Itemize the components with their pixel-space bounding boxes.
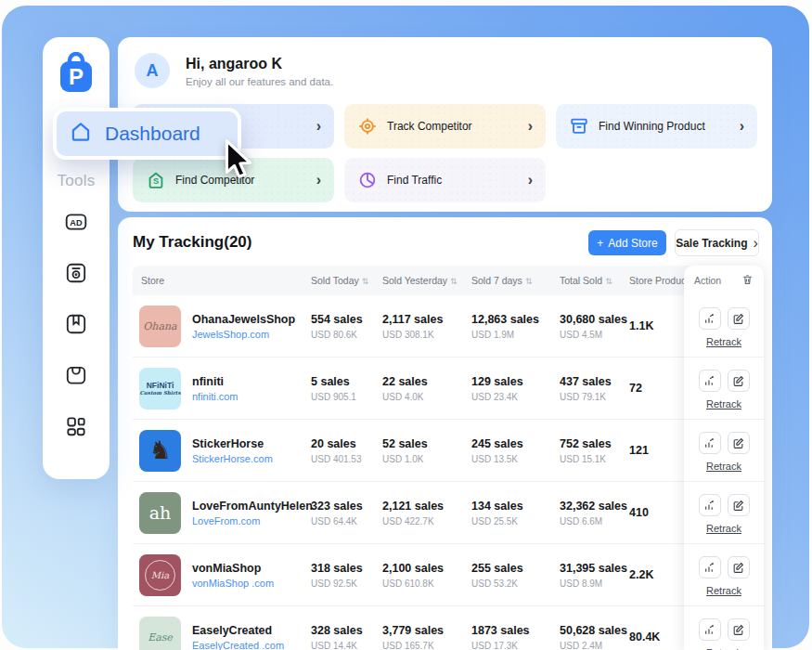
retrack-link[interactable]: Retrack bbox=[706, 336, 741, 347]
table-row[interactable]: Ohana OhanaJewelsShop JewelsShop.com 554… bbox=[133, 295, 696, 358]
store-name: StickerHorse bbox=[192, 437, 273, 450]
sold-7days-cell: 245 salesUSD 13.5K bbox=[471, 437, 560, 464]
chevron-right-icon: › bbox=[316, 118, 321, 135]
store-name: LoveFromAuntyHelen bbox=[192, 500, 313, 513]
add-store-button[interactable]: + Add Store bbox=[588, 230, 666, 255]
store-domain-link[interactable]: nfiniti.com bbox=[192, 391, 238, 402]
svg-text:P: P bbox=[69, 64, 84, 89]
store-logo: ♞ bbox=[139, 430, 181, 472]
chevron-right-icon: › bbox=[316, 172, 321, 188]
retrack-link[interactable]: Retrack bbox=[706, 461, 741, 472]
sort-icon: ⇅ bbox=[605, 277, 612, 286]
table-row[interactable]: Ease EaselyCreated EaselyCreated .com 32… bbox=[133, 606, 696, 650]
target-icon bbox=[357, 116, 378, 136]
edit-button[interactable] bbox=[728, 432, 750, 454]
total-sold-cell: 31,395 salesUSD 8.9M bbox=[560, 562, 629, 589]
action-row: Retrack bbox=[684, 544, 764, 606]
chart-button[interactable] bbox=[699, 432, 721, 454]
sold-today-cell: 5 salesUSD 905.1 bbox=[311, 375, 382, 402]
tracking-table: Store Sold Today⇅ Sold Yesterday⇅ Sold 7… bbox=[133, 266, 696, 650]
table-row[interactable]: ♞ StickerHorse StickerHorse.com 20 sales… bbox=[133, 420, 696, 482]
svg-text:S: S bbox=[153, 176, 159, 186]
store-name: EaselyCreated bbox=[192, 624, 284, 637]
total-sold-cell: 752 salesUSD 15.1K bbox=[560, 437, 629, 464]
chart-button[interactable] bbox=[699, 556, 721, 578]
sort-icon: ⇅ bbox=[525, 277, 533, 286]
edit-button[interactable] bbox=[728, 370, 750, 392]
action-row: Retrack bbox=[684, 606, 764, 650]
edit-button[interactable] bbox=[728, 494, 750, 516]
sold-today-cell: 328 salesUSD 14.4K bbox=[311, 624, 382, 650]
store-name: nfiniti bbox=[192, 375, 238, 388]
sold-today-cell: 554 salesUSD 80.6K bbox=[311, 313, 382, 340]
app-logo-icon[interactable]: P bbox=[56, 52, 97, 98]
edit-button[interactable] bbox=[728, 307, 750, 330]
feature-card[interactable]: Find Traffic › bbox=[344, 158, 546, 202]
sold-7days-cell: 12,863 salesUSD 1.9M bbox=[471, 313, 560, 340]
edit-button[interactable] bbox=[728, 618, 750, 641]
col-total-sold[interactable]: Total Sold⇅ bbox=[560, 275, 629, 286]
store-domain-link[interactable]: StickerHorse.com bbox=[192, 453, 273, 464]
sold-today-cell: 20 salesUSD 401.53 bbox=[311, 437, 382, 464]
store-domain-link[interactable]: JewelsShop.com bbox=[192, 329, 295, 340]
pie-icon bbox=[357, 170, 378, 190]
sold-yesterday-cell: 2,121 salesUSD 422.7K bbox=[382, 500, 471, 526]
total-sold-cell: 30,680 salesUSD 4.5M bbox=[560, 313, 629, 340]
bag-icon[interactable] bbox=[64, 363, 88, 387]
chart-button[interactable] bbox=[699, 618, 721, 641]
store-domain-link[interactable]: vonMiaShop .com bbox=[192, 578, 274, 589]
sold-7days-cell: 134 salesUSD 25.5K bbox=[471, 500, 560, 526]
book-icon[interactable] bbox=[64, 312, 88, 336]
avatar[interactable]: A bbox=[135, 53, 170, 88]
store-logo: Ohana bbox=[139, 306, 181, 347]
tracking-title: My Tracking(20) bbox=[133, 233, 252, 252]
home-icon bbox=[69, 120, 93, 148]
store-name: OhanaJewelsShop bbox=[192, 313, 295, 326]
sold-7days-cell: 255 salesUSD 53.2K bbox=[471, 562, 560, 589]
retrack-link[interactable]: Retrack bbox=[706, 398, 741, 410]
store-domain-link[interactable]: EaselyCreated .com bbox=[192, 640, 284, 650]
feature-card[interactable]: Find Winning Product › bbox=[556, 104, 757, 149]
greeting-subtitle: Enjoy all our features and data. bbox=[186, 76, 333, 87]
store-logo: NFiNiTi Custom Shirts bbox=[139, 368, 181, 410]
greeting-text: Hi, angaroo K bbox=[186, 56, 282, 72]
retrack-link[interactable]: Retrack bbox=[706, 523, 741, 534]
feature-card-label: Find Winning Product bbox=[599, 120, 705, 133]
edit-button[interactable] bbox=[728, 556, 750, 578]
table-header-row: Store Sold Today⇅ Sold Yesterday⇅ Sold 7… bbox=[133, 266, 696, 295]
action-row: Retrack bbox=[684, 358, 764, 420]
store-logo: ah bbox=[139, 492, 181, 534]
sale-tracking-button[interactable]: Sale Tracking › bbox=[675, 229, 759, 256]
table-row[interactable]: ah LoveFromAuntyHelen LoveFrom.com 323 s… bbox=[133, 482, 696, 544]
category-icon[interactable] bbox=[64, 414, 88, 438]
feature-card-label: Track Competitor bbox=[387, 120, 472, 133]
retrack-link[interactable]: Retrack bbox=[706, 585, 741, 596]
sold-today-cell: 318 salesUSD 92.5K bbox=[311, 562, 382, 589]
store-logo: Mia bbox=[139, 554, 181, 596]
chevron-right-icon: › bbox=[740, 118, 744, 135]
sold-yesterday-cell: 22 salesUSD 4.0K bbox=[382, 375, 471, 402]
chart-button[interactable] bbox=[699, 494, 721, 516]
table-row[interactable]: Mia vonMiaShop vonMiaShop .com 318 sales… bbox=[133, 544, 696, 606]
feature-card[interactable]: Track Competitor › bbox=[344, 104, 546, 149]
sold-yesterday-cell: 2,100 salesUSD 610.8K bbox=[382, 562, 471, 589]
sold-yesterday-cell: 52 salesUSD 1.0K bbox=[382, 437, 471, 464]
tools-section-label: Tools bbox=[43, 172, 110, 190]
ad-icon[interactable]: AD bbox=[64, 210, 88, 234]
sidebar-item-dashboard[interactable]: Dashboard bbox=[53, 108, 241, 160]
col-sold-7days[interactable]: Sold 7 days⇅ bbox=[471, 275, 560, 286]
table-row[interactable]: NFiNiTi Custom Shirts nfiniti nfiniti.co… bbox=[133, 358, 696, 420]
store-logo: Ease bbox=[139, 617, 181, 650]
product-scan-icon[interactable] bbox=[64, 261, 88, 285]
col-sold-yesterday[interactable]: Sold Yesterday⇅ bbox=[382, 275, 471, 286]
svg-text:AD: AD bbox=[70, 218, 83, 228]
trash-icon[interactable] bbox=[741, 273, 754, 288]
box-icon bbox=[569, 116, 589, 136]
chart-button[interactable] bbox=[699, 370, 721, 392]
sold-today-cell: 323 salesUSD 64.4K bbox=[311, 500, 382, 526]
col-sold-today[interactable]: Sold Today⇅ bbox=[311, 275, 382, 286]
action-row: Retrack bbox=[684, 482, 764, 544]
chart-button[interactable] bbox=[699, 307, 721, 330]
sold-yesterday-cell: 2,117 salesUSD 308.1K bbox=[382, 313, 471, 340]
store-domain-link[interactable]: LoveFrom.com bbox=[192, 515, 313, 526]
